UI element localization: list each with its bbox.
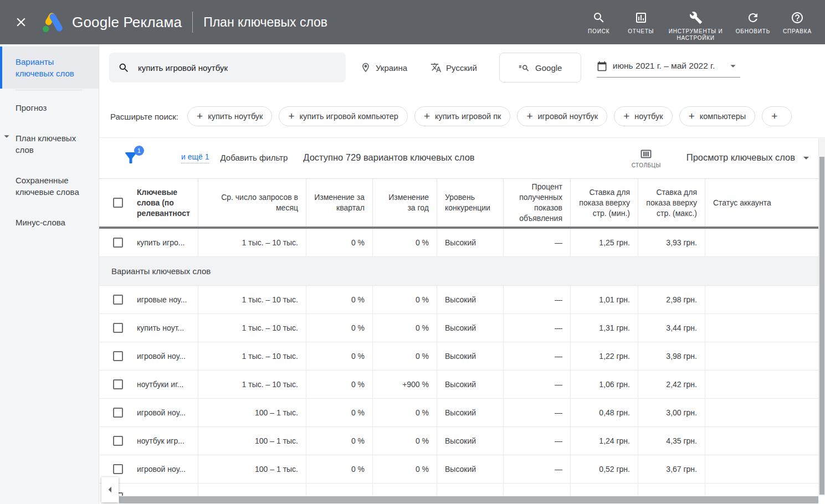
keyword-cell: игровой ноу... [99,399,198,426]
google-ads-logo-icon[interactable] [41,12,64,33]
vertical-scrollbar-thumb[interactable] [819,157,824,495]
available-keywords-count: Доступно 729 вариантов ключевых слов [303,152,474,163]
row-checkbox[interactable] [113,436,123,446]
chevron-down-icon[interactable] [1,130,13,142]
header-monthly-searches[interactable]: Ср. число запросов в месяц [198,179,306,227]
expand-chip[interactable]: + игровой ноутбук [517,106,607,126]
filter-funnel-icon[interactable]: 1 [122,150,139,166]
expand-search-row: Расширьте поиск: + купить ноутбук + купи… [110,106,825,126]
header-account-status[interactable]: Статус аккаунта [705,179,818,227]
row-checkbox[interactable] [113,238,123,248]
location-selector[interactable]: Украина [360,62,407,73]
columns-button[interactable]: СТОЛБЦЫ [632,147,661,168]
top-bid-high-cell: 3,44 грн. [638,314,705,342]
competition-cell: Высокий [437,229,504,256]
year-change-cell: 0 % [373,229,437,256]
topbar-divider [192,12,193,33]
header-keywords[interactable]: Ключевые слова (по релевантност [99,179,198,227]
refresh-action-button[interactable]: ОБНОВИТЬ [730,3,776,35]
volume-cell: 1 тыс. – 10 тыс. [198,314,306,342]
header-top-bid-low[interactable]: Ставка для показа вверху стр. (мин.) [571,179,638,227]
sidebar-item-saved-keywords[interactable]: Сохраненные ключевые слова [0,165,99,207]
add-icon: + [689,110,695,122]
impression-share-cell: — [504,342,571,370]
add-filter-button[interactable]: Добавить фильтр [220,153,288,162]
keyword-cell: ноутбуки иг... [99,371,198,398]
top-bid-high-cell: 3,00 грн. [638,399,705,426]
select-all-checkbox[interactable] [113,198,123,208]
impression-share-cell: — [504,314,571,342]
row-checkbox[interactable] [113,295,123,305]
keyword-cell: игровой ноу... [99,342,198,370]
tools-settings-action-button[interactable]: ИНСТРУМЕНТЫ И НАСТРОЙКИ [662,3,730,42]
top-bid-low-cell: 0,48 грн. [571,399,638,426]
sidebar-item-label: Минус-слова [16,218,65,227]
keyword-view-selector[interactable]: Просмотр ключевых слов [686,151,813,164]
volume-cell: 1 тыс. – 10 тыс. [198,371,306,398]
header-competition[interactable]: Уровень конкуренции [437,179,504,227]
close-icon[interactable] [14,15,28,29]
more-filters-link[interactable]: и ещё 1 [181,152,209,163]
header-quarter-change[interactable]: Изменение за квартал [306,179,373,227]
volume-cell: 1 тыс. – 10 тыс. [198,342,306,370]
competition-cell: Высокий [437,314,504,342]
account-status-cell [705,455,818,483]
sidebar-item-label: Прогноз [16,103,47,112]
search-input[interactable] [138,63,337,73]
header-top-bid-high[interactable]: Ставка для показа вверху стр. (макс.) [638,179,705,227]
date-range-value: июнь 2021 г. – май 2022 г. [613,61,715,71]
chip-label: купить ноутбук [208,112,263,121]
expand-chip-partial[interactable]: + [762,106,792,126]
row-checkbox[interactable] [113,408,123,418]
year-change-cell [373,484,437,496]
expand-chip[interactable]: + купить игровой компьютер [279,106,407,126]
language-value: Русский [446,63,477,73]
keyword-text: купить игро... [137,238,185,247]
top-bid-low-cell: 0,52 грн. [571,455,638,483]
year-change-cell: 0 % [373,314,437,342]
sidebar-item-keyword-ideas[interactable]: Варианты ключевых слов [0,47,99,89]
account-status-cell [705,229,818,256]
help-action-button[interactable]: СПРАВКА [776,3,818,35]
language-selector[interactable]: Русский [431,62,477,73]
columns-icon [639,147,653,161]
expand-chip[interactable]: + компьютеры [679,106,756,126]
date-range-selector[interactable]: июнь 2021 г. – май 2022 г. [597,58,740,78]
top-bid-high-cell: 2,42 грн. [638,371,705,398]
keyword-cell: купить ноут... [99,314,198,342]
reports-action-button[interactable]: ОТЧЕТЫ [620,3,662,35]
horizontal-scrollbar [99,496,818,504]
impression-share-cell: — [504,399,571,426]
search-action-button[interactable]: ПОИСК [578,3,620,35]
expand-chip[interactable]: + купить игровой пк [414,106,511,126]
header-year-change[interactable]: Изменение за год [373,179,437,227]
expand-chip[interactable]: + ноутбук [614,106,673,126]
view-selector-value: Просмотр ключевых слов [686,152,795,163]
sidebar-item-label: Сохраненные ключевые слова [16,176,79,197]
year-change-cell: 0 % [373,427,437,455]
search-criteria-row: Украина Русский Google июнь 2021 г. – ма… [109,53,825,83]
sidebar-item-keyword-plan[interactable]: План ключевых слов [0,123,99,165]
keyword-search-box[interactable] [109,53,346,83]
brand-name: Google Реклама [72,14,182,31]
quarter-change-cell: 0 % [306,314,373,342]
impression-share-cell: — [504,229,571,256]
expand-chip[interactable]: + купить ноутбук [187,106,272,126]
account-status-cell [705,399,818,426]
sidebar-item-negative-keywords[interactable]: Минус-слова [0,207,99,238]
filter-toolbar: 1 и ещё 1 Добавить фильтр Доступно 729 в… [99,138,825,177]
competition-cell: Высокий [437,399,504,426]
header-impression-share[interactable]: Процент полученных показов объявления [504,179,571,227]
network-selector[interactable]: Google [499,53,581,83]
row-checkbox[interactable] [113,464,123,474]
scroll-left-button[interactable] [101,477,119,502]
horizontal-scrollbar-thumb[interactable] [119,496,818,503]
search-icon [592,11,606,24]
account-status-cell [705,427,818,455]
action-label: ОТЧЕТЫ [628,28,654,35]
sidebar-item-forecast[interactable]: Прогноз [0,92,99,123]
account-status-cell [705,314,818,342]
row-checkbox[interactable] [113,323,123,333]
row-checkbox[interactable] [113,351,123,361]
row-checkbox[interactable] [113,379,123,389]
